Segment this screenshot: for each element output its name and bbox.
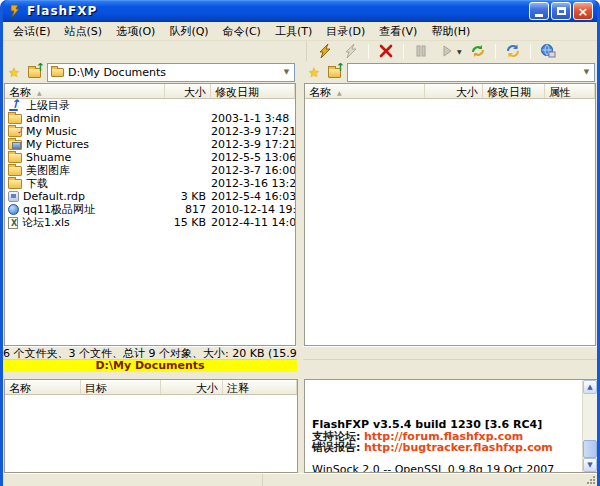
column-header-attr[interactable]: 属性 [545, 84, 595, 98]
file-size [165, 125, 211, 138]
file-size: 15 KB [165, 216, 211, 229]
folder-icon [8, 153, 22, 163]
file-row[interactable]: 美图图库 2012-3-7 16:00 [5, 164, 295, 177]
file-row[interactable]: Shuame 2012-5-5 13:06 [5, 151, 295, 164]
menu-directory[interactable]: 目录(D) [319, 22, 372, 41]
pictures-folder-icon [8, 140, 22, 150]
menu-help[interactable]: 帮助(H) [424, 22, 477, 41]
log-winsock-line: WinSock 2.0 -- OpenSSL 0.9.8g 19 Oct 200… [312, 464, 582, 473]
menu-view[interactable]: 查看(V) [372, 22, 424, 41]
file-row[interactable]: admin 2003-1-1 3:48 [5, 112, 295, 125]
close-button[interactable]: × [573, 2, 593, 20]
remote-path-bar [303, 359, 597, 372]
file-row[interactable]: 论坛1.xls 15 KB 2012-4-11 14:00 [5, 216, 295, 229]
local-path-value: D:\My Documents [68, 66, 279, 79]
menu-tools[interactable]: 工具(T) [268, 22, 319, 41]
connect-bolt-icon[interactable] [313, 42, 337, 60]
log-scrollbar[interactable]: ▲ ▼ [582, 380, 597, 472]
window-title: FlashFXP [27, 4, 97, 18]
file-row[interactable]: 下载 2012-3-16 13:25 [5, 177, 295, 190]
remote-path-combobox[interactable] [347, 63, 595, 82]
toolbar-spacer [3, 41, 306, 61]
file-size [165, 177, 211, 190]
scroll-up-icon[interactable]: ▲ [583, 380, 597, 394]
column-header-size[interactable]: 大小 [165, 84, 211, 98]
menu-session[interactable]: 会话(E) [6, 22, 58, 41]
file-name: My Music [26, 125, 77, 138]
file-date: 2012-3-9 17:21 [211, 138, 295, 151]
resize-grip[interactable] [584, 474, 597, 486]
column-header-name[interactable]: 名称 [5, 380, 81, 394]
toolbar: ▼ [3, 41, 597, 61]
column-header-name[interactable]: 名称 [5, 84, 165, 98]
file-date: 2012-5-5 13:06 [211, 151, 295, 164]
file-name: 论坛1.xls [22, 216, 70, 229]
resume-icon[interactable] [435, 42, 459, 60]
titlebar[interactable]: FlashFXP × [3, 0, 597, 22]
file-size [165, 164, 211, 177]
folder-up-icon[interactable]: ↑ [26, 65, 44, 80]
maximize-button[interactable] [551, 2, 571, 20]
transfer-toolbar: ▼ [306, 41, 597, 61]
transfer-queue-icon[interactable] [466, 42, 490, 60]
chevron-down-icon[interactable]: ▼ [457, 48, 462, 55]
scrollbar-thumb[interactable] [583, 440, 597, 458]
minimize-button[interactable] [529, 2, 549, 20]
remote-list-header: 名称 大小 修改日期 属性 [305, 84, 595, 99]
chevron-down-icon[interactable] [279, 64, 294, 81]
folder-up-icon[interactable]: ↑ [326, 65, 344, 80]
menu-bar: 会话(E) 站点(S) 选项(O) 队列(Q) 命令(C) 工具(T) 目录(D… [3, 22, 597, 41]
remote-panel: ★ ↑ 名称 大小 修改日期 属性 [303, 61, 597, 372]
column-header-size[interactable]: 大小 [161, 380, 223, 394]
column-header-name[interactable]: 名称 [305, 84, 425, 98]
file-row[interactable]: 上级目录 [5, 99, 295, 112]
remote-file-list: 名称 大小 修改日期 属性 [304, 83, 596, 346]
folder-icon [8, 166, 22, 176]
site-globe-icon[interactable] [536, 42, 560, 60]
scrollbar-track[interactable] [583, 394, 597, 440]
local-panel: ★ ↑ D:\My Documents 名称 大小 修改日期 上级目录 [3, 61, 297, 372]
queue-header: 名称 目标 大小 注释 [5, 380, 297, 395]
refresh-icon[interactable] [501, 42, 525, 60]
menu-commands[interactable]: 命令(C) [216, 22, 268, 41]
menu-options[interactable]: 选项(O) [109, 22, 162, 41]
star-favorites-icon[interactable]: ★ [5, 65, 23, 80]
horizontal-splitter[interactable] [3, 372, 597, 379]
local-file-list: 名称 大小 修改日期 上级目录 admin 2003-1-1 3:48 [4, 83, 296, 346]
pause-icon[interactable] [409, 42, 433, 60]
bug-label: 错误报告: [312, 441, 360, 454]
file-name: 美图图库 [26, 164, 70, 177]
file-date: 2010-12-14 19:11 [211, 203, 295, 216]
bug-link[interactable]: http://bugtracker.flashfxp.com [364, 441, 553, 454]
star-favorites-icon[interactable]: ★ [305, 65, 323, 80]
disconnect-bolt-icon[interactable] [339, 42, 363, 60]
file-row[interactable]: qq11极品网址 817 2010-12-14 19:11 [5, 203, 295, 216]
menu-sites[interactable]: 站点(S) [58, 22, 110, 41]
file-name: qq11极品网址 [23, 203, 95, 216]
log-bug-line: 错误报告: http://bugtracker.flashfxp.com [312, 442, 582, 454]
menu-queue[interactable]: 队列(Q) [162, 22, 215, 41]
column-header-target[interactable]: 目标 [81, 380, 161, 394]
file-name: My Pictures [26, 138, 89, 151]
file-date [211, 99, 295, 112]
remote-list-body [305, 99, 595, 345]
up-directory-icon [8, 100, 22, 111]
abort-x-icon[interactable] [374, 42, 398, 60]
column-header-comment[interactable]: 注释 [223, 380, 297, 394]
chevron-down-icon[interactable] [579, 64, 594, 81]
file-row[interactable]: My Pictures 2012-3-9 17:21 [5, 138, 295, 151]
log-panel: FlashFXP v3.5.4 build 1230 [3.6 RC4] 支持论… [304, 379, 598, 473]
column-header-date[interactable]: 修改日期 [211, 84, 295, 98]
file-row[interactable]: My Music 2012-3-9 17:21 [5, 125, 295, 138]
local-list-body: 上级目录 admin 2003-1-1 3:48 My Music 2012-3… [5, 99, 295, 345]
toolbar-separator [403, 44, 404, 59]
local-path-combobox[interactable]: D:\My Documents [47, 63, 295, 82]
scroll-down-icon[interactable]: ▼ [583, 458, 597, 472]
column-header-date[interactable]: 修改日期 [483, 84, 545, 98]
column-header-size[interactable]: 大小 [425, 84, 483, 98]
file-row[interactable]: Default.rdp 3 KB 2012-5-4 16:03 [5, 190, 295, 203]
excel-file-icon [8, 217, 18, 229]
file-size [165, 138, 211, 151]
flashfxp-app-icon [7, 3, 23, 19]
local-browser-bar: ★ ↑ D:\My Documents [3, 61, 297, 83]
